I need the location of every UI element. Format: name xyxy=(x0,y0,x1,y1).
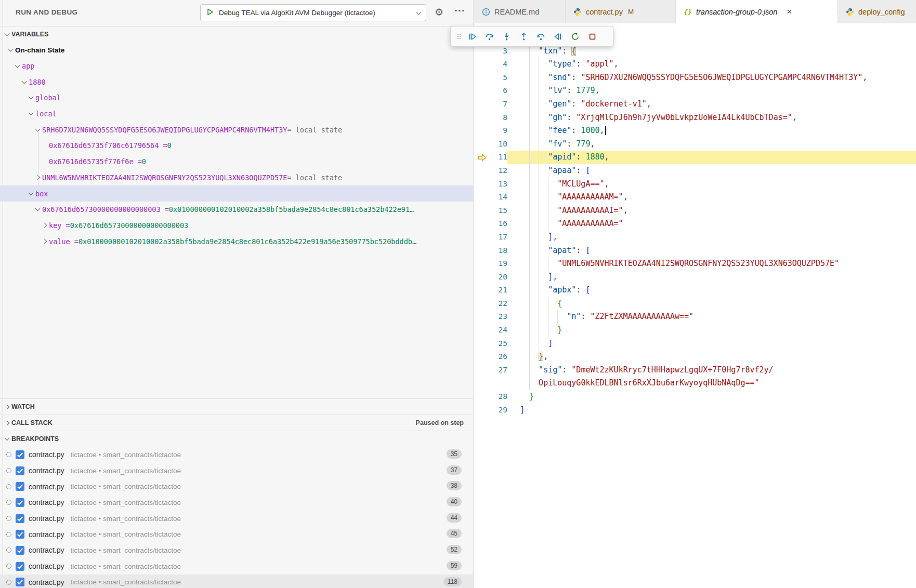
editor-gutter[interactable] xyxy=(474,337,490,351)
line-number[interactable]: 27 xyxy=(490,364,507,377)
editor-gutter[interactable] xyxy=(474,324,490,337)
variables-tree-row[interactable]: value = 0x010000000102010002a358bf5bada9… xyxy=(0,233,473,249)
watch-section-header[interactable]: WATCH xyxy=(0,398,473,415)
line-number[interactable] xyxy=(490,377,507,390)
line-number[interactable]: 14 xyxy=(490,191,507,204)
editor-gutter[interactable] xyxy=(474,244,490,258)
line-number[interactable]: 19 xyxy=(490,257,507,271)
variables-tree-row[interactable]: On-chain State xyxy=(0,42,473,58)
editor-gutter[interactable] xyxy=(474,204,490,218)
editor-gutter[interactable] xyxy=(474,231,490,244)
breakpoint-checkbox[interactable] xyxy=(16,498,24,507)
breakpoint-row[interactable]: contract.pytictactoe • smart_contracts/t… xyxy=(0,558,473,574)
line-number[interactable]: 29 xyxy=(490,404,507,417)
stop-button[interactable] xyxy=(584,28,600,45)
breakpoint-checkbox[interactable] xyxy=(16,562,24,571)
gear-icon[interactable]: ⚙ xyxy=(435,6,443,18)
breakpoint-row[interactable]: contract.pytictactoe • smart_contracts/t… xyxy=(0,463,473,479)
editor-gutter[interactable] xyxy=(474,377,490,390)
call-stack-section-header[interactable]: CALL STACK Paused on step xyxy=(0,415,473,431)
editor-gutter[interactable] xyxy=(474,404,490,417)
breakpoint-checkbox[interactable] xyxy=(16,466,24,475)
line-number[interactable]: 26 xyxy=(490,350,507,364)
code-editor[interactable]: 2 {3 "txn": {4 "type": "appl",5 "snd": "… xyxy=(474,23,916,588)
line-number[interactable]: 10 xyxy=(490,138,507,151)
line-number[interactable]: 17 xyxy=(490,231,507,244)
reverse-continue-button[interactable] xyxy=(550,28,566,45)
variables-section-header[interactable]: VARIABLES xyxy=(0,26,473,42)
breakpoint-row[interactable]: contract.pytictactoe • smart_contracts/t… xyxy=(0,478,473,495)
more-actions-icon[interactable]: ··· xyxy=(454,4,465,17)
editor-gutter[interactable] xyxy=(474,297,490,311)
line-number[interactable]: 24 xyxy=(490,324,507,337)
variables-tree-row[interactable]: 0x67616d65735f706c61796564 = 0 xyxy=(0,138,473,154)
start-debug-icon[interactable] xyxy=(206,8,214,18)
line-number[interactable]: 4 xyxy=(490,58,507,71)
current-stackframe-icon[interactable] xyxy=(474,151,490,164)
restart-button[interactable] xyxy=(567,28,583,45)
line-number[interactable]: 22 xyxy=(490,297,507,311)
breakpoint-checkbox[interactable] xyxy=(16,578,24,586)
editor-gutter[interactable] xyxy=(474,350,490,364)
editor-gutter[interactable] xyxy=(474,178,490,191)
continue-button[interactable] xyxy=(464,28,480,45)
editor-gutter[interactable] xyxy=(474,310,490,324)
editor-tab[interactable]: README.md xyxy=(474,0,566,23)
breakpoint-row[interactable]: contract.pytictactoe • smart_contracts/t… xyxy=(0,574,473,588)
breakpoint-row[interactable]: contract.pytictactoe • smart_contracts/t… xyxy=(0,447,473,463)
editor-gutter[interactable] xyxy=(474,390,490,404)
editor-gutter[interactable] xyxy=(474,191,490,204)
line-number[interactable]: 18 xyxy=(490,244,507,258)
line-number[interactable]: 28 xyxy=(490,390,507,404)
variables-tree-row[interactable]: UNML6W5NVHRIKTEOZAA4NI2SWQROSGNFNY2QS523… xyxy=(0,170,473,186)
breakpoints-section-header[interactable]: BREAKPOINTS xyxy=(0,431,473,447)
editor-gutter[interactable] xyxy=(474,217,490,231)
line-number[interactable]: 13 xyxy=(490,178,507,191)
line-number[interactable]: 7 xyxy=(490,98,507,111)
line-number[interactable]: 11 xyxy=(490,151,507,164)
variables-tree-row[interactable]: local xyxy=(0,106,473,122)
line-number[interactable]: 20 xyxy=(490,271,507,284)
line-number[interactable]: 16 xyxy=(490,217,507,231)
editor-gutter[interactable] xyxy=(474,71,490,85)
line-number[interactable]: 23 xyxy=(490,310,507,324)
line-number[interactable]: 25 xyxy=(490,337,507,351)
breakpoint-row[interactable]: contract.pytictactoe • smart_contracts/t… xyxy=(0,495,473,511)
editor-gutter[interactable] xyxy=(474,111,490,125)
variables-tree-row[interactable]: global xyxy=(0,90,473,106)
breakpoint-checkbox[interactable] xyxy=(16,482,24,491)
breakpoint-checkbox[interactable] xyxy=(16,546,24,555)
variables-tree-row[interactable]: box xyxy=(0,185,473,202)
step-over-button[interactable] xyxy=(481,28,498,45)
editor-gutter[interactable] xyxy=(474,364,490,377)
breakpoint-row[interactable]: contract.pytictactoe • smart_contracts/t… xyxy=(0,511,473,527)
step-out-button[interactable] xyxy=(516,28,532,45)
line-number[interactable]: 15 xyxy=(490,204,507,218)
breakpoint-row[interactable]: contract.pytictactoe • smart_contracts/t… xyxy=(0,526,473,542)
breakpoint-checkbox[interactable] xyxy=(16,514,24,523)
step-back-button[interactable] xyxy=(533,28,549,45)
editor-gutter[interactable] xyxy=(474,58,490,71)
close-icon[interactable]: × xyxy=(787,7,792,16)
variables-tree-row[interactable]: 0x67616d65730000000000000003 = 0x0100000… xyxy=(0,202,473,218)
editor-tab[interactable]: deploy_config xyxy=(838,0,916,23)
breakpoint-checkbox[interactable] xyxy=(16,450,24,459)
line-number[interactable]: 21 xyxy=(490,284,507,297)
variables-tree-row[interactable]: 1880 xyxy=(0,74,473,90)
breakpoint-checkbox[interactable] xyxy=(16,530,24,539)
variables-tree-row[interactable]: key = 0x67616d65730000000000000003 xyxy=(0,218,473,234)
line-number[interactable]: 9 xyxy=(490,124,507,138)
editor-gutter[interactable] xyxy=(474,138,490,151)
variables-tree-row[interactable]: app xyxy=(0,58,473,74)
variables-tree-row[interactable]: 0x67616d65735f776f6e = 0 xyxy=(0,154,473,170)
editor-gutter[interactable] xyxy=(474,284,490,297)
editor-tab[interactable]: contract.pyM xyxy=(566,0,676,23)
editor-gutter[interactable] xyxy=(474,164,490,178)
editor-gutter[interactable] xyxy=(474,271,490,284)
editor-gutter[interactable] xyxy=(474,257,490,271)
line-number[interactable]: 8 xyxy=(490,111,507,125)
step-into-button[interactable] xyxy=(499,28,515,45)
variables-tree-row[interactable]: SRH6D7XU2N6WQQ5SSYDQFG5ESO6JWEQIDPGLUGYC… xyxy=(0,122,473,138)
line-number[interactable]: 6 xyxy=(490,84,507,98)
line-number[interactable]: 12 xyxy=(490,164,507,178)
